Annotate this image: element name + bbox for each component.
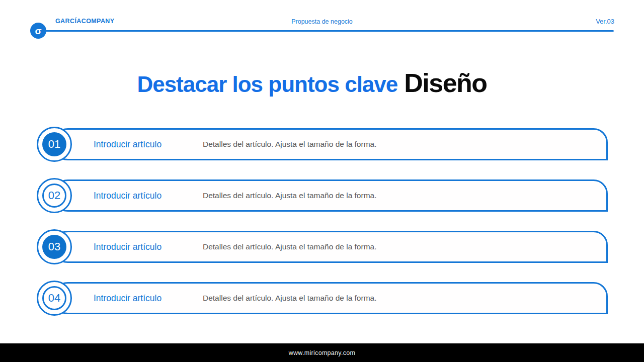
item-detail: Detalles del artículo. Ajusta el tamaño … <box>203 191 377 200</box>
page-title-rest: Diseño <box>397 68 487 98</box>
footer-url: www.miricompany.com <box>289 349 356 356</box>
item-title: Introducir artículo <box>94 293 203 304</box>
list-item: Introducir artículo Detalles del artícul… <box>37 229 608 264</box>
item-bar: Introducir artículo Detalles del artícul… <box>52 179 608 212</box>
item-bar: Introducir artículo Detalles del artícul… <box>52 128 608 160</box>
item-bar: Introducir artículo Detalles del artícul… <box>52 231 608 263</box>
item-detail: Detalles del artículo. Ajusta el tamaño … <box>203 140 377 149</box>
item-number-badge: 04 <box>37 281 72 316</box>
item-detail: Detalles del artículo. Ajusta el tamaño … <box>203 242 377 251</box>
footer-bar: www.miricompany.com <box>0 343 644 362</box>
item-title: Introducir artículo <box>94 242 203 252</box>
slide: σ GARCÍACOMPANY Propuesta de negocio Ver… <box>0 0 644 362</box>
item-number-badge: 02 <box>37 178 72 213</box>
item-number: 02 <box>42 184 66 208</box>
key-points-list: Introducir artículo Detalles del artícul… <box>37 127 608 332</box>
item-number: 01 <box>42 132 66 156</box>
list-item: Introducir artículo Detalles del artícul… <box>37 178 608 213</box>
page-title-highlight: Destacar los puntos clave <box>137 72 397 97</box>
item-number: 03 <box>42 235 66 259</box>
item-number-badge: 01 <box>37 127 72 162</box>
item-title: Introducir artículo <box>94 191 203 201</box>
item-bar: Introducir artículo Detalles del artícul… <box>52 282 608 314</box>
list-item: Introducir artículo Detalles del artícul… <box>37 127 608 162</box>
page-title: Destacar los puntos clave Diseño <box>0 68 624 98</box>
item-number-badge: 03 <box>37 229 72 264</box>
item-detail: Detalles del artículo. Ajusta el tamaño … <box>203 294 377 303</box>
item-number: 04 <box>42 286 66 310</box>
item-title: Introducir artículo <box>94 139 203 150</box>
header-subtitle: Propuesta de negocio <box>0 18 644 25</box>
company-logo-icon: σ <box>30 23 46 39</box>
header-divider <box>45 30 614 32</box>
list-item: Introducir artículo Detalles del artícul… <box>37 281 608 316</box>
logo-glyph: σ <box>35 26 42 36</box>
version-label: Ver.03 <box>596 18 614 25</box>
